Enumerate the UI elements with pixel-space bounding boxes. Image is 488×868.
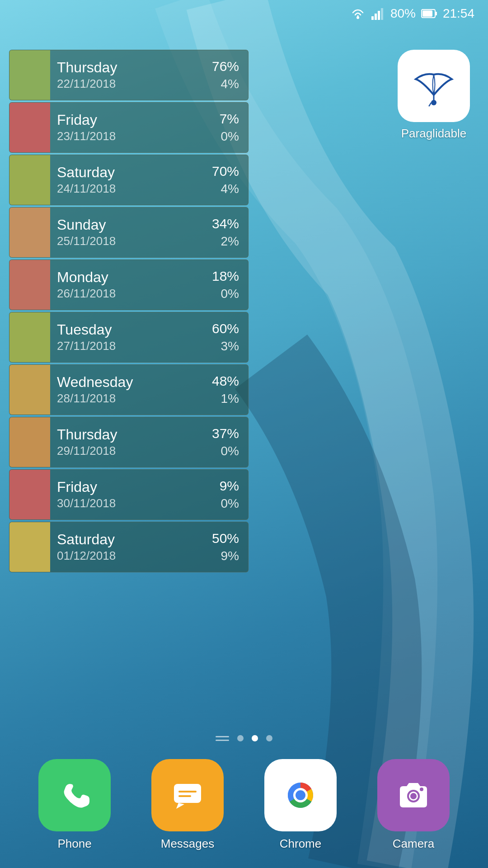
svg-point-18 — [410, 793, 417, 799]
chrome-label: Chrome — [280, 837, 321, 851]
weather-row-1[interactable]: Friday 23/11/2018 7% 0% — [9, 102, 249, 153]
wifi-icon — [350, 7, 366, 20]
phone-icon-box[interactable] — [38, 759, 111, 831]
messages-icon — [167, 775, 208, 816]
signal-icon — [371, 7, 385, 20]
dock-chrome[interactable]: Chrome — [264, 759, 337, 851]
weather-pct2-0: 4% — [221, 77, 239, 91]
weather-info-8: Friday 30/11/2018 — [50, 474, 220, 515]
messages-icon-box[interactable] — [151, 759, 224, 831]
weather-percents-8: 9% 0% — [220, 478, 248, 511]
weather-pct1-9: 50% — [212, 531, 239, 546]
phone-icon — [54, 775, 95, 816]
weather-pct2-2: 4% — [221, 182, 239, 196]
weather-color-2 — [9, 155, 50, 205]
weather-percents-7: 37% 0% — [212, 426, 248, 458]
weather-info-9: Saturday 01/12/2018 — [50, 527, 212, 567]
weather-percents-3: 34% 2% — [212, 216, 248, 249]
weather-date-6: 28/11/2018 — [57, 392, 205, 406]
weather-color-6 — [9, 365, 50, 415]
weather-color-4 — [9, 260, 50, 310]
weather-row-6[interactable]: Wednesday 28/11/2018 48% 1% — [9, 364, 249, 415]
weather-day-5: Tuesday — [57, 321, 205, 338]
page-dot-2[interactable] — [252, 735, 258, 741]
weather-pct2-3: 2% — [221, 234, 239, 249]
time-text: 21:54 — [443, 6, 474, 21]
chrome-icon-box[interactable] — [264, 759, 337, 831]
chrome-icon — [276, 770, 325, 820]
weather-day-9: Saturday — [57, 531, 205, 548]
weather-pct1-1: 7% — [220, 111, 239, 127]
weather-row-9[interactable]: Saturday 01/12/2018 50% 9% — [9, 522, 249, 572]
paraglidable-icon-box[interactable] — [398, 50, 470, 122]
weather-pct2-5: 3% — [221, 339, 239, 354]
weather-color-3 — [9, 208, 50, 257]
weather-color-5 — [9, 312, 50, 362]
page-line-1 — [216, 736, 229, 737]
weather-day-0: Thursday — [57, 59, 205, 76]
weather-day-4: Monday — [57, 269, 205, 286]
weather-color-1 — [9, 103, 50, 152]
weather-row-2[interactable]: Saturday 24/11/2018 70% 4% — [9, 155, 249, 205]
weather-row-3[interactable]: Sunday 25/11/2018 34% 2% — [9, 207, 249, 258]
dock-phone[interactable]: Phone — [38, 759, 111, 851]
svg-rect-12 — [178, 795, 191, 797]
weather-day-8: Friday — [57, 479, 213, 495]
weather-pct2-4: 0% — [221, 287, 239, 301]
weather-row-0[interactable]: Thursday 22/11/2018 76% 4% — [9, 50, 249, 100]
weather-day-3: Sunday — [57, 217, 205, 233]
weather-date-0: 22/11/2018 — [57, 77, 205, 91]
app-dock: Phone Messages — [0, 750, 488, 868]
weather-pct1-0: 76% — [212, 59, 239, 74]
camera-icon — [393, 775, 434, 816]
paraglidable-app[interactable]: Paraglidable — [398, 50, 470, 141]
weather-percents-4: 18% 0% — [212, 269, 248, 301]
weather-percents-5: 60% 3% — [212, 321, 248, 354]
weather-pct2-7: 0% — [221, 444, 239, 458]
weather-date-3: 25/11/2018 — [57, 234, 205, 248]
weather-color-7 — [9, 417, 50, 467]
weather-color-0 — [9, 50, 50, 100]
weather-widget: Thursday 22/11/2018 76% 4% Friday 23/11/… — [9, 50, 249, 574]
page-dot-1[interactable] — [237, 735, 244, 741]
weather-pct1-8: 9% — [220, 478, 239, 494]
weather-info-0: Thursday 22/11/2018 — [50, 55, 212, 95]
weather-pct2-8: 0% — [221, 496, 239, 511]
svg-rect-7 — [422, 10, 432, 17]
battery-icon — [421, 8, 437, 19]
weather-pct1-5: 60% — [212, 321, 239, 336]
weather-info-3: Sunday 25/11/2018 — [50, 212, 212, 253]
weather-percents-9: 50% 9% — [212, 531, 248, 563]
svg-rect-11 — [178, 791, 197, 793]
weather-pct1-7: 37% — [212, 426, 239, 441]
weather-color-8 — [9, 470, 50, 519]
weather-color-9 — [9, 522, 50, 572]
weather-pct2-6: 1% — [221, 392, 239, 406]
weather-info-4: Monday 26/11/2018 — [50, 264, 212, 305]
camera-label: Camera — [393, 837, 434, 851]
weather-info-1: Friday 23/11/2018 — [50, 107, 220, 148]
weather-info-6: Wednesday 28/11/2018 — [50, 369, 212, 410]
dock-messages[interactable]: Messages — [151, 759, 224, 851]
weather-date-8: 30/11/2018 — [57, 496, 213, 510]
weather-info-2: Saturday 24/11/2018 — [50, 160, 212, 200]
weather-pct1-6: 48% — [212, 373, 239, 389]
weather-percents-1: 7% 0% — [220, 111, 248, 144]
messages-label: Messages — [161, 837, 215, 851]
weather-percents-6: 48% 1% — [212, 373, 248, 406]
svg-rect-9 — [174, 784, 201, 803]
weather-row-8[interactable]: Friday 30/11/2018 9% 0% — [9, 469, 249, 520]
page-indicators — [216, 735, 272, 741]
weather-pct2-9: 9% — [221, 549, 239, 563]
svg-rect-3 — [378, 11, 380, 20]
weather-pct1-2: 70% — [212, 164, 239, 179]
camera-icon-box[interactable] — [377, 759, 450, 831]
svg-marker-10 — [176, 803, 184, 809]
paraglidable-label: Paraglidable — [401, 127, 467, 141]
weather-row-7[interactable]: Thursday 29/11/2018 37% 0% — [9, 417, 249, 467]
weather-row-5[interactable]: Tuesday 27/11/2018 60% 3% — [9, 312, 249, 363]
weather-row-4[interactable]: Monday 26/11/2018 18% 0% — [9, 259, 249, 310]
dock-camera[interactable]: Camera — [377, 759, 450, 851]
weather-percents-2: 70% 4% — [212, 164, 248, 196]
page-dot-3[interactable] — [266, 735, 272, 741]
